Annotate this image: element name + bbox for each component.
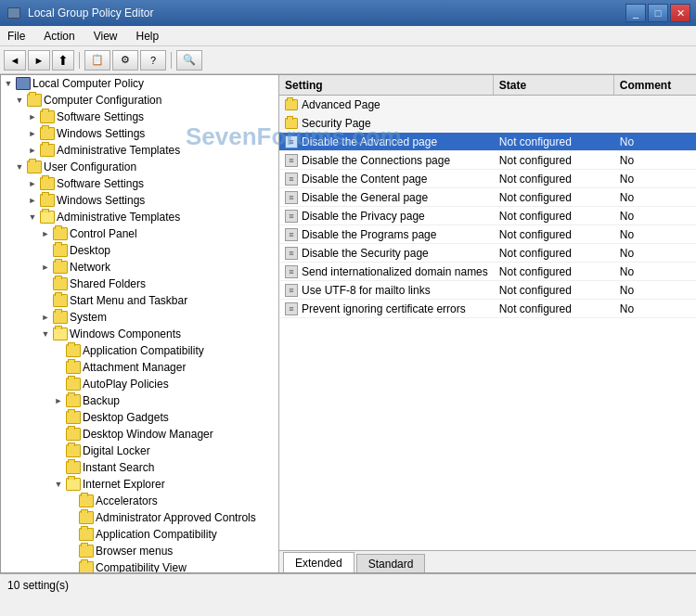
tree-compat-view[interactable]: ► Compatibility View xyxy=(1,559,278,572)
tree-control-panel[interactable]: ► Control Panel xyxy=(1,225,278,242)
minimize-button[interactable]: _ xyxy=(625,4,646,22)
aa-folder xyxy=(79,511,94,524)
tree-windows-settings-cc[interactable]: ► Windows Settings xyxy=(1,125,278,142)
tree-attachment-mgr[interactable]: ► Attachment Manager xyxy=(1,359,278,376)
table-row[interactable]: ≡ Disable the Security page Not configur… xyxy=(279,244,696,263)
menu-view[interactable]: View xyxy=(90,28,122,45)
tree-network[interactable]: ► Network xyxy=(1,259,278,276)
at-uc-expander: ▼ xyxy=(27,212,38,223)
tree-software-settings-cc[interactable]: ► Software Settings xyxy=(1,109,278,125)
properties-button[interactable]: ⚙ xyxy=(112,50,138,71)
table-row[interactable]: ≡ Use UTF-8 for mailto links Not configu… xyxy=(279,281,696,300)
forward-button[interactable]: ► xyxy=(28,50,50,71)
sm-folder xyxy=(53,294,68,307)
col-comment: Comment xyxy=(614,75,696,95)
cc-expander: ▼ xyxy=(14,95,25,106)
at-cc-expander: ► xyxy=(27,145,38,156)
setting-icon-9: ≡ xyxy=(285,302,298,315)
tree-admin-templates-cc[interactable]: ► Administrative Templates xyxy=(1,142,278,159)
tree-autoplay[interactable]: ► AutoPlay Policies xyxy=(1,376,278,392)
maximize-button[interactable]: □ xyxy=(648,4,668,22)
tree-accelerators[interactable]: ► Accelerators xyxy=(1,493,278,509)
tree-root[interactable]: ▼ Local Computer Policy xyxy=(1,75,278,92)
tree-desktop-gadgets[interactable]: ► Desktop Gadgets xyxy=(1,409,278,426)
table-row[interactable]: ≡ Disable the General page Not configure… xyxy=(279,188,696,207)
bm-label: Browser menus xyxy=(96,545,173,558)
am-folder xyxy=(66,361,81,374)
help-button[interactable]: ? xyxy=(140,50,166,71)
tree-browser-menus[interactable]: ► Browser menus xyxy=(1,543,278,559)
uc-expander: ▼ xyxy=(14,161,25,173)
cc-folder-icon xyxy=(27,94,42,107)
table-row[interactable]: ≡ Disable the Connections page Not confi… xyxy=(279,151,696,170)
dg-label: Desktop Gadgets xyxy=(83,411,169,424)
section-security-page: Security Page xyxy=(279,114,696,133)
cp-label: Control Panel xyxy=(70,227,137,240)
ie-expander: ▼ xyxy=(53,479,64,490)
tree-shared-folders[interactable]: ► Shared Folders xyxy=(1,276,278,292)
tree-app-compat2[interactable]: ► Application Compatibility xyxy=(1,526,278,543)
section-security-label: Security Page xyxy=(302,117,371,130)
aa-label: Administrator Approved Controls xyxy=(96,511,256,524)
td-state-6: Not configured xyxy=(494,247,614,260)
up-button[interactable]: ⬆ xyxy=(52,50,74,71)
close-button[interactable]: ✕ xyxy=(670,4,690,22)
tree-instant-search[interactable]: ► Instant Search xyxy=(1,459,278,476)
acc-folder xyxy=(79,494,94,507)
ss-cc-expander: ► xyxy=(27,111,38,122)
tree-desktop[interactable]: ► Desktop xyxy=(1,242,278,259)
setting-icon-7: ≡ xyxy=(285,265,298,278)
table-header: Setting State Comment xyxy=(279,75,696,96)
status-text: 10 setting(s) xyxy=(7,579,69,592)
tree-admin-approved[interactable]: ► Administrator Approved Controls xyxy=(1,509,278,526)
menu-file[interactable]: File xyxy=(4,28,29,45)
tree-software-settings-uc[interactable]: ► Software Settings xyxy=(1,175,278,192)
td-comment-3: No xyxy=(614,191,696,204)
nw-folder xyxy=(53,261,68,274)
tree-backup[interactable]: ► Backup xyxy=(1,392,278,409)
setting-icon-0: ≡ xyxy=(285,135,298,148)
table-row[interactable]: ≡ Disable the Privacy page Not configure… xyxy=(279,207,696,225)
menu-bar: File Action View Help xyxy=(0,26,696,46)
menu-help[interactable]: Help xyxy=(133,28,163,45)
tree-start-menu[interactable]: ► Start Menu and Taskbar xyxy=(1,292,278,309)
table-row[interactable]: ≡ Prevent ignoring certificate errors No… xyxy=(279,300,696,318)
at-cc-folder xyxy=(40,144,55,157)
table-row[interactable]: ≡ Disable the Content page Not configure… xyxy=(279,170,696,188)
table-row[interactable]: ≡ Send internationalized domain names No… xyxy=(279,263,696,281)
td-state-4: Not configured xyxy=(494,210,614,223)
tree-admin-templates-uc[interactable]: ▼ Administrative Templates xyxy=(1,209,278,225)
tab-standard[interactable]: Standard xyxy=(356,554,426,572)
ap-label: AutoPlay Policies xyxy=(83,378,169,391)
td-setting-8: ≡ Use UTF-8 for mailto links xyxy=(279,284,494,297)
tab-bar: Extended Standard xyxy=(279,550,696,572)
show-hide-button[interactable]: 📋 xyxy=(84,50,110,71)
tree-computer-config[interactable]: ▼ Computer Configuration xyxy=(1,92,278,109)
tree-digital-locker[interactable]: ► Digital Locker xyxy=(1,443,278,459)
sys-label: System xyxy=(70,311,107,324)
td-comment-6: No xyxy=(614,247,696,260)
filter-button[interactable]: 🔍 xyxy=(176,50,202,71)
tree-windows-settings-uc[interactable]: ► Windows Settings xyxy=(1,192,278,209)
tree-internet-explorer[interactable]: ▼ Internet Explorer xyxy=(1,476,278,493)
nw-label: Network xyxy=(70,261,110,274)
sf-label: Shared Folders xyxy=(70,277,146,290)
tree-desktop-window-mgr[interactable]: ► Desktop Window Manager xyxy=(1,426,278,443)
tree-windows-components[interactable]: ▼ Windows Components xyxy=(1,326,278,342)
tree-app-compat[interactable]: ► Application Compatibility xyxy=(1,342,278,359)
tab-extended[interactable]: Extended xyxy=(283,552,354,572)
dwm-label: Desktop Window Manager xyxy=(83,428,213,441)
tree-user-config[interactable]: ▼ User Configuration xyxy=(1,159,278,175)
menu-action[interactable]: Action xyxy=(40,28,78,45)
back-button[interactable]: ◄ xyxy=(4,50,26,71)
col-state: State xyxy=(494,75,614,95)
root-label: Local Computer Policy xyxy=(32,77,144,90)
tree-system[interactable]: ► System xyxy=(1,309,278,326)
table-row[interactable]: ≡ Disable the Programs page Not configur… xyxy=(279,225,696,244)
table-row[interactable]: ➔ ≡ Disable the Advanced page Not config… xyxy=(279,133,696,151)
ac2-label: Application Compatibility xyxy=(96,528,217,541)
td-setting-3: ≡ Disable the General page xyxy=(279,191,494,204)
at-uc-folder xyxy=(40,211,55,224)
section-folder-icon xyxy=(285,99,298,110)
sys-expander: ► xyxy=(40,312,51,323)
